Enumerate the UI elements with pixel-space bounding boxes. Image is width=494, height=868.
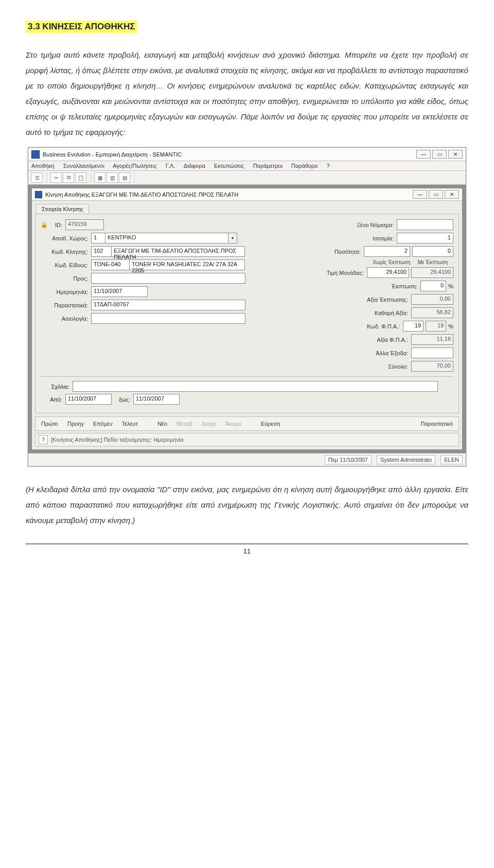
field-kin-desc[interactable]: ΕΞΑΓΩΓΗ ΜΕ ΤΙΜ-ΔΕΛΤΙΟ ΑΠΟΣΤΟΛΗΣ ΠΡΟΣ ΠΕΛ… [112, 246, 245, 257]
label-alla-eksoda: Άλλα Έξοδα: [351, 350, 408, 356]
field-eid-code[interactable]: TONE-040 [91, 259, 130, 270]
app-title: Business Evolution - Εμπορική Διαχείριση… [43, 151, 182, 158]
field-parast[interactable]: 1ΤΔΑΠ-00767 [91, 300, 245, 310]
section-heading: 3.3 ΚΙΝΗΣΕΙΣ ΑΠΟΘΗΚΗΣ [26, 21, 137, 33]
field-eid-desc[interactable]: TONER FOR NASHUATEC 22A/ 27A 32A 2205 [130, 259, 245, 270]
nav-new[interactable]: Νέο [155, 419, 170, 428]
field-kin-code[interactable]: 102 [91, 246, 112, 257]
help-icon[interactable]: ? [39, 435, 48, 444]
lock-icon: 🔒 [41, 221, 48, 228]
toolbar-btn-b[interactable]: ▥ [107, 172, 118, 183]
label-isotimia: Ισοτιμία: [337, 235, 394, 241]
field-apoth-code[interactable]: 1 [91, 233, 105, 244]
label-timi-monadas: Τιμή Μονάδας: [307, 270, 364, 276]
paragraph-2: (Η κλειδαριά δίπλα από την ονομασία "ID"… [26, 482, 468, 528]
col-header-no-discount: Χωρίς Έκπτωση [371, 259, 412, 265]
label-fpa-pct: % [448, 323, 453, 329]
nav-delete: Διαγρ [199, 419, 219, 428]
field-date[interactable]: 11/10/2007 [91, 286, 148, 297]
toolbar-btn-c[interactable]: ▤ [119, 172, 130, 183]
page-number: 11 [26, 544, 468, 555]
inner-close-button[interactable]: ✕ [445, 190, 459, 199]
maximize-button[interactable]: ▭ [432, 150, 447, 159]
menu-synallasomenoi[interactable]: Συναλλασόμενοι [63, 163, 104, 169]
field-isotimia[interactable]: 1 [397, 233, 453, 244]
label-parast: Παραστατικά: [41, 302, 88, 308]
label-aksia-ekpt: Αξία Έκπτωσης: [351, 297, 408, 303]
menu-gl[interactable]: Γ.Λ. [166, 163, 175, 169]
toolbar-btn-cut[interactable]: ✂ [50, 172, 62, 183]
tab-stoixeia-kinisis[interactable]: Στοιχεία Κίνησης [36, 204, 89, 214]
label-pct: % [448, 283, 453, 289]
inner-titlebar: Κίνηση Αποθήκης ΕΞΑΓΩΓΗ ΜΕ ΤΙΜ-ΔΕΛΤΙΟ ΑΠ… [32, 188, 462, 201]
close-button[interactable]: ✕ [448, 150, 463, 159]
label-kod-eidous: Κωδ. Είδους: [41, 262, 88, 268]
nav-parastatiko[interactable]: Παραστατικό [418, 419, 455, 428]
inner-status-text: [Κινήσεις Αποθήκης] Πεδίο ταξινόμησης: Η… [51, 437, 184, 443]
field-sxolia[interactable] [73, 381, 438, 392]
menu-parathyro[interactable]: Παράθυρο [291, 163, 317, 169]
nav-first[interactable]: Πρώτο [39, 419, 61, 428]
toolbar-btn-paste[interactable]: 📋 [75, 172, 86, 183]
inner-status-bar: ? [Κινήσεις Αποθήκης] Πεδίο ταξινόμησης:… [35, 433, 459, 446]
field-posotita-a[interactable]: 2 [364, 246, 410, 257]
label-eos: ξως: [115, 396, 130, 403]
status-company: ELEN [440, 455, 463, 464]
field-synolo: 70,00 [411, 361, 453, 372]
nav-find[interactable]: Εύρεση [258, 419, 283, 428]
nav-prev[interactable]: Προηγ [65, 419, 86, 428]
field-ekptosi[interactable]: 0 [420, 281, 446, 291]
field-posotita-b[interactable]: 0 [412, 246, 453, 257]
divider [41, 376, 453, 377]
label-kod-fpa: Κωδ. Φ.Π.Α.: [343, 323, 400, 329]
label-sxolia: Σχόλια: [44, 384, 69, 390]
nav-next[interactable]: Επόμεν [91, 419, 115, 428]
inner-app-icon [35, 191, 42, 198]
label-apo: Από: [44, 396, 62, 403]
field-kathara-aksia: 58,82 [411, 307, 453, 318]
field-eos[interactable]: 11/10/2007 [133, 394, 180, 405]
app-window: Business Evolution - Εμπορική Διαχείριση… [28, 147, 466, 466]
dropdown-apoth[interactable]: ▾ [228, 233, 237, 244]
menu-ektyposeis[interactable]: Εκτυπώσεις [214, 163, 244, 169]
minimize-button[interactable]: — [416, 150, 431, 159]
inner-minimize-button[interactable]: — [413, 190, 427, 199]
field-apoth-desc[interactable]: ΚΕΝΤΡΙΚΟ [105, 233, 228, 244]
field-alla-eksoda[interactable] [411, 348, 453, 358]
label-pros: Προς: [41, 275, 88, 282]
menu-help[interactable]: ? [327, 163, 330, 169]
field-fpa-code[interactable]: 19 [403, 321, 424, 332]
nav-last[interactable]: Τελευτ [119, 419, 140, 428]
field-timi-a[interactable]: 29,4100 [367, 267, 409, 278]
field-aitiol[interactable] [91, 313, 245, 324]
field-xeno-nomisma[interactable] [397, 219, 453, 230]
inner-window: Κίνηση Αποθήκης ΕΞΑΓΩΓΗ ΜΕ ΤΙΜ-ΔΕΛΤΙΟ ΑΠ… [31, 188, 463, 450]
outer-status-bar: Πεμ 11/10/2007 System Administrato ELEN [28, 453, 466, 466]
menu-parametroi[interactable]: Παράμετροι [253, 163, 283, 169]
field-timi-b: 29,4100 [411, 267, 453, 278]
field-aksia-fpa: 11,18 [411, 334, 453, 345]
label-ekptosi: Έκπτωση: [361, 283, 417, 289]
label-posotita: Ποσότητα: [304, 249, 361, 255]
status-user: System Administrato [377, 455, 435, 464]
nav-cancel: Άκυρο [223, 419, 244, 428]
menu-agores[interactable]: Αγορές/Πωλήσεις [113, 163, 157, 169]
field-apo[interactable]: 11/10/2007 [65, 394, 112, 405]
toolbar-btn-copy[interactable]: ⧉ [63, 172, 74, 183]
status-date: Πεμ 11/10/2007 [325, 455, 372, 464]
toolbar-btn-list[interactable]: ☰ [31, 172, 43, 183]
inner-maximize-button[interactable]: ▭ [429, 190, 443, 199]
field-fpa-pct: 19 [426, 321, 446, 332]
menu-apothiki[interactable]: Αποθήκη [31, 163, 55, 169]
toolbar-btn-a[interactable]: ▦ [94, 172, 105, 183]
app-titlebar: Business Evolution - Εμπορική Διαχείριση… [28, 148, 466, 161]
nav-bar: Πρώτο Προηγ Επόμεν Τελευτ Νέο Μεταβ Διαγ… [35, 416, 459, 431]
mdi-area: Κίνηση Αποθήκης ΕΞΑΓΩΓΗ ΜΕ ΤΙΜ-ΔΕΛΤΙΟ ΑΠ… [28, 185, 466, 453]
label-date: Ημερομηνία: [41, 289, 88, 295]
label-synolo: Σύνολο: [351, 363, 408, 370]
label-aitiol: Αιτιολογία: [41, 316, 88, 322]
menu-diafora[interactable]: Διάφορα [184, 163, 205, 169]
label-apoth: Αποθ. Χώρος: [41, 235, 88, 241]
label-kathara-aksia: Καθαρή Αξία: [351, 310, 408, 316]
field-pros[interactable] [91, 273, 245, 284]
